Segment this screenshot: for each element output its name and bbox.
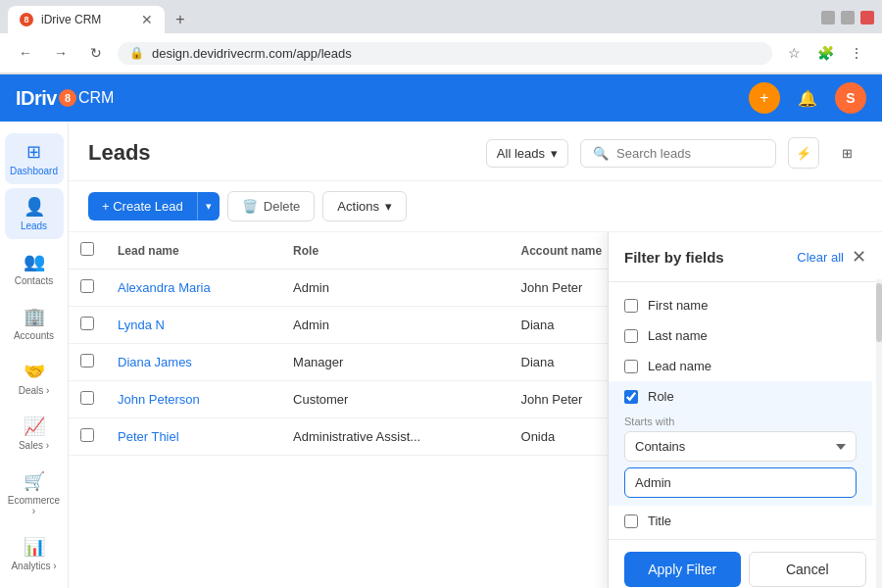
all-leads-dropdown[interactable]: All leads ▾	[486, 139, 568, 168]
sidebar-item-label: Deals ›	[19, 385, 50, 396]
create-lead-button[interactable]: + Create Lead	[88, 192, 197, 220]
tab-close-icon[interactable]: ✕	[141, 12, 153, 27]
url-text: design.devidrivecrm.com/app/leads	[152, 46, 760, 61]
role-cell: Manager	[281, 344, 509, 381]
delete-button[interactable]: 🗑️ Delete	[227, 191, 316, 221]
row-checkbox[interactable]	[80, 428, 94, 442]
filter-field-title: Title	[609, 506, 872, 536]
filter-value-input[interactable]	[624, 467, 857, 498]
filter-contains-dropdown[interactable]: Contains Starts with Ends with Equals	[624, 431, 857, 462]
cancel-filter-button[interactable]: Cancel	[749, 552, 867, 587]
sidebar-item-analytics[interactable]: 📊 Analytics ›	[5, 528, 64, 579]
grid-icon: ⊞	[842, 146, 853, 161]
dropdown-label: All leads	[497, 146, 545, 161]
page-header: Leads All leads ▾ 🔍 ⚡ ⊞	[69, 122, 882, 181]
toolbar: + Create Lead ▾ 🗑️ Delete Actions ▾	[69, 181, 882, 232]
filter-checkbox-leadname[interactable]	[624, 360, 638, 373]
logo: IDriv 8 CRM	[16, 87, 114, 110]
leads-icon: 👤	[24, 196, 45, 218]
filter-header: Filter by fields Clear all ✕	[609, 232, 882, 282]
filter-field-lastname: Last name	[609, 320, 872, 351]
actions-button[interactable]: Actions ▾	[322, 191, 407, 221]
lead-name-link[interactable]: Alexandra Maria	[118, 280, 211, 295]
bookmark-icon[interactable]: ☆	[780, 39, 808, 67]
apply-filter-button[interactable]: Apply Filter	[624, 552, 741, 587]
active-tab[interactable]: 8 iDrive CRM ✕	[8, 6, 165, 33]
window-minimize[interactable]	[821, 11, 835, 24]
main-content: Leads All leads ▾ 🔍 ⚡ ⊞ + Create Lead ▾	[69, 122, 882, 588]
filter-field-leadname: Lead name	[609, 351, 872, 381]
filter-body: First name Last name Lead name	[609, 282, 882, 539]
search-input[interactable]	[616, 146, 763, 161]
sidebar-item-label: Ecommerce ›	[8, 495, 60, 516]
tab-title: iDrive CRM	[41, 13, 133, 26]
filter-checkbox-lastname[interactable]	[624, 329, 638, 343]
nav-actions: ☆ 🧩 ⋮	[780, 39, 870, 67]
filter-close-button[interactable]: ✕	[852, 246, 866, 268]
forward-button[interactable]: →	[47, 39, 74, 67]
grid-view-button[interactable]: ⊞	[831, 137, 862, 169]
sidebar-item-ecommerce[interactable]: 🛒 Ecommerce ›	[5, 463, 64, 524]
filter-title: Filter by fields	[624, 249, 797, 266]
notifications-bell-icon[interactable]: 🔔	[792, 82, 823, 114]
row-checkbox[interactable]	[80, 317, 94, 330]
accounts-icon: 🏢	[24, 306, 45, 327]
clear-all-button[interactable]: Clear all	[797, 250, 844, 265]
lead-name-header: Lead name	[106, 232, 281, 270]
reload-button[interactable]: ↻	[82, 39, 110, 67]
lead-name-link[interactable]: Lynda N	[118, 318, 165, 332]
address-bar[interactable]: 🔒 design.devidrivecrm.com/app/leads	[118, 42, 772, 65]
search-box[interactable]: 🔍	[580, 139, 776, 168]
filter-role-sub: Starts with Contains Starts with Ends wi…	[609, 412, 872, 506]
sidebar-item-leads[interactable]: 👤 Leads	[5, 188, 64, 239]
row-checkbox[interactable]	[80, 391, 94, 405]
lead-name-link[interactable]: Diana James	[118, 355, 192, 369]
row-checkbox-cell	[69, 307, 106, 344]
chevron-down-icon: ▾	[551, 146, 558, 161]
contacts-icon: 👥	[24, 251, 45, 272]
add-button[interactable]: +	[749, 82, 780, 114]
select-all-checkbox[interactable]	[80, 242, 94, 256]
sales-icon: 📈	[24, 416, 45, 437]
search-icon: 🔍	[593, 146, 609, 161]
nav-bar: ← → ↻ 🔒 design.devidrivecrm.com/app/lead…	[0, 33, 882, 74]
back-button[interactable]: ←	[12, 39, 39, 67]
scrollbar-track	[876, 279, 882, 588]
sidebar-item-accounts[interactable]: 🏢 Accounts	[5, 298, 64, 349]
sidebar-item-label: Analytics ›	[11, 561, 56, 571]
new-tab-button[interactable]: +	[169, 8, 192, 31]
row-checkbox[interactable]	[80, 354, 94, 368]
tab-bar: 8 iDrive CRM ✕ +	[0, 0, 882, 33]
extensions-icon[interactable]: 🧩	[811, 39, 839, 67]
role-header: Role	[281, 232, 509, 270]
filter-checkbox-role[interactable]	[624, 390, 638, 404]
sidebar-item-label: Dashboard	[10, 166, 58, 176]
row-checkbox[interactable]	[80, 279, 94, 293]
filter-label-leadname: Lead name	[648, 359, 711, 373]
filter-button[interactable]: ⚡	[788, 137, 819, 169]
lead-name-link[interactable]: John Peterson	[118, 392, 200, 407]
window-close[interactable]	[860, 11, 874, 24]
role-cell: Administrative Assist...	[281, 418, 509, 456]
row-checkbox-cell	[69, 418, 106, 456]
sidebar-item-deals[interactable]: 🤝 Deals ›	[5, 353, 64, 404]
sidebar-item-dashboard[interactable]: ⊞ Dashboard	[5, 133, 64, 184]
more-menu-icon[interactable]: ⋮	[843, 39, 870, 67]
create-lead-dropdown-arrow[interactable]: ▾	[197, 192, 220, 220]
filter-checkbox-title[interactable]	[624, 514, 638, 528]
lock-icon: 🔒	[129, 46, 144, 60]
window-maximize[interactable]	[841, 11, 855, 24]
top-nav: IDriv 8 CRM + 🔔 S	[0, 74, 882, 122]
sidebar-item-contacts[interactable]: 👥 Contacts	[5, 243, 64, 294]
scrollbar-thumb[interactable]	[876, 283, 882, 342]
user-avatar[interactable]: S	[835, 82, 866, 114]
browser-chrome: 8 iDrive CRM ✕ + ← → ↻ 🔒 design.devidriv…	[0, 0, 882, 74]
starts-with-label: Starts with	[624, 416, 857, 427]
sidebar-item-datamigration[interactable]: 🗄️ Data Migration	[5, 583, 64, 588]
lead-name-cell: Alexandra Maria	[106, 270, 281, 307]
filter-label-role: Role	[648, 389, 674, 404]
lead-name-link[interactable]: Peter Thiel	[118, 429, 179, 444]
filter-checkbox-firstname[interactable]	[624, 299, 638, 313]
sidebar-item-sales[interactable]: 📈 Sales ›	[5, 408, 64, 459]
filter-icon: ⚡	[796, 146, 811, 161]
